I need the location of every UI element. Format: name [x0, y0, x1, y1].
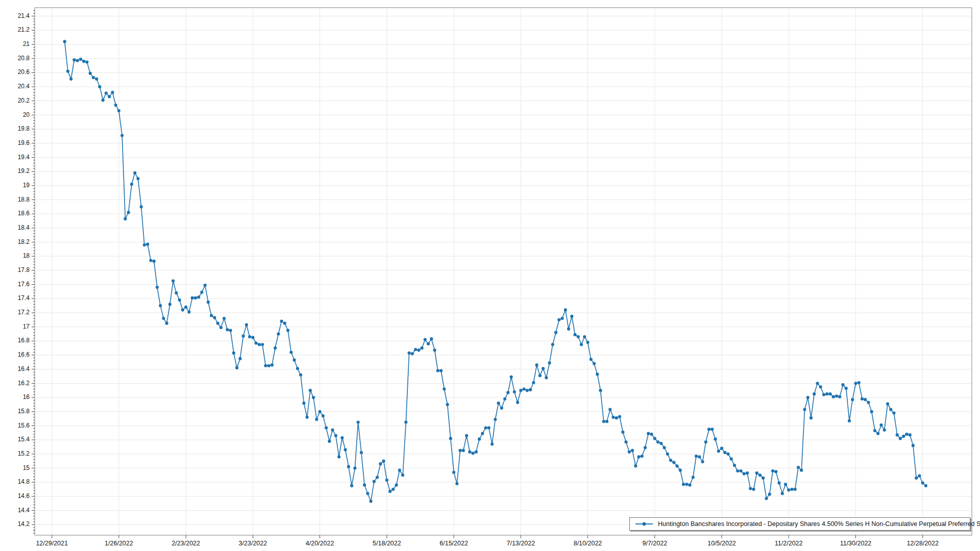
svg-text:16.4: 16.4: [18, 365, 30, 372]
svg-text:7/13/2022: 7/13/2022: [506, 540, 535, 547]
svg-text:16.2: 16.2: [18, 380, 30, 387]
svg-text:20.8: 20.8: [18, 55, 30, 62]
svg-text:9/7/2022: 9/7/2022: [642, 540, 667, 547]
svg-text:17.2: 17.2: [18, 309, 30, 316]
x-axis-labels: 12/29/20211/26/20222/23/20223/23/20224/2…: [36, 540, 939, 547]
svg-text:19: 19: [23, 182, 30, 189]
svg-text:14.8: 14.8: [18, 478, 30, 485]
svg-text:19.6: 19.6: [18, 139, 30, 146]
svg-text:15: 15: [23, 464, 30, 471]
svg-text:15.8: 15.8: [18, 408, 30, 415]
svg-text:10/5/2022: 10/5/2022: [707, 540, 736, 547]
svg-text:4/20/2022: 4/20/2022: [306, 540, 334, 547]
svg-text:15.2: 15.2: [18, 450, 30, 457]
svg-text:11/2/2022: 11/2/2022: [775, 540, 803, 547]
svg-text:12/29/2021: 12/29/2021: [36, 540, 68, 547]
data-points: [63, 40, 927, 503]
svg-text:21: 21: [23, 40, 30, 47]
svg-text:6/15/2022: 6/15/2022: [439, 540, 468, 547]
svg-text:17.8: 17.8: [18, 266, 30, 273]
svg-text:15.6: 15.6: [18, 422, 30, 429]
svg-text:18.8: 18.8: [18, 196, 30, 203]
svg-text:18: 18: [23, 252, 30, 259]
svg-text:19.4: 19.4: [18, 154, 30, 161]
svg-text:1/26/2022: 1/26/2022: [105, 540, 133, 547]
svg-text:14.4: 14.4: [18, 507, 30, 514]
svg-text:16: 16: [23, 393, 30, 400]
svg-text:21.2: 21.2: [18, 26, 30, 33]
svg-text:20.6: 20.6: [18, 68, 30, 76]
svg-text:12/28/2022: 12/28/2022: [906, 540, 939, 547]
svg-text:19.8: 19.8: [18, 125, 30, 132]
series-marker-icon: [635, 521, 653, 527]
chart-legend: Huntington Bancshares Incorporated - Dep…: [629, 517, 970, 531]
legend-series-label: Huntington Bancshares Incorporated - Dep…: [658, 520, 980, 528]
svg-text:20.4: 20.4: [18, 83, 30, 90]
y-axis-labels: 21.421.22120.820.620.420.22019.819.619.4…: [18, 12, 30, 528]
svg-text:16.6: 16.6: [18, 351, 30, 358]
y-gridlines: [35, 16, 972, 525]
stock-price-chart[interactable]: 21.421.22120.820.620.420.22019.819.619.4…: [0, 0, 980, 551]
svg-text:15.4: 15.4: [18, 436, 30, 443]
svg-text:16.8: 16.8: [18, 337, 30, 344]
svg-text:17.4: 17.4: [18, 294, 30, 302]
svg-text:8/10/2022: 8/10/2022: [574, 540, 602, 547]
svg-text:14.6: 14.6: [18, 492, 30, 499]
svg-text:18.6: 18.6: [18, 210, 30, 217]
svg-text:20.2: 20.2: [18, 97, 30, 104]
svg-text:18.2: 18.2: [18, 238, 30, 245]
svg-text:19.2: 19.2: [18, 167, 30, 174]
svg-text:5/18/2022: 5/18/2022: [373, 540, 401, 547]
svg-text:3/23/2022: 3/23/2022: [239, 540, 267, 547]
x-axis-ticks: [52, 535, 923, 538]
svg-text:17: 17: [23, 323, 30, 330]
svg-text:20: 20: [23, 111, 30, 118]
y-axis-ticks: [32, 11, 35, 533]
chart-figure: 21.421.22120.820.620.420.22019.819.619.4…: [0, 0, 980, 551]
svg-text:11/30/2022: 11/30/2022: [840, 540, 872, 547]
svg-text:14.2: 14.2: [18, 520, 30, 528]
svg-text:18.4: 18.4: [18, 224, 30, 231]
series-line: [65, 41, 926, 501]
svg-text:21.4: 21.4: [18, 12, 30, 19]
svg-text:2/23/2022: 2/23/2022: [172, 540, 200, 547]
svg-text:17.6: 17.6: [18, 281, 30, 288]
